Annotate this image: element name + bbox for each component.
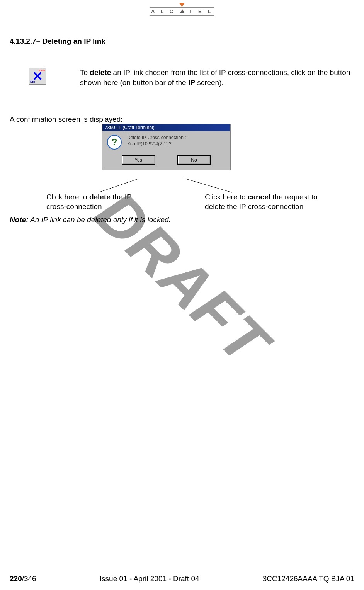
intro-text: To delete an IP link chosen from the lis… (80, 68, 354, 87)
page-total: /346 (22, 575, 36, 583)
delete-x-icon: ✕ (29, 68, 46, 84)
dialog-titlebar: 7390 LT (Craft Terminal) (102, 124, 230, 131)
section-heading: 4.13.2.7– Deleting an IP link (10, 37, 105, 46)
footer-right: 3CC12426AAAA TQ BJA 01 (263, 575, 354, 583)
no-label: No (191, 157, 197, 163)
yes-button[interactable]: Yes (122, 156, 155, 164)
dialog-body: Delete IP Cross-connection : Xco IP(10.9… (102, 131, 230, 152)
dialog-msg-line2: Xco IP(10.92)#(2.1) ? (127, 141, 186, 147)
logo-triangle-icon (179, 3, 185, 7)
intro-row: ATM Eth ✕ To delete an IP link chosen fr… (29, 68, 354, 87)
callout-left-pre: Click here to (46, 193, 89, 201)
note-label: Note: (10, 216, 29, 224)
logo-text: A L C T E L (150, 7, 214, 16)
note-text: An IP link can be deleted only if it is … (29, 216, 171, 224)
callout-no: Click here to cancel the request to dele… (205, 192, 328, 211)
page-number: 220/346 (10, 575, 36, 583)
no-button[interactable]: No (178, 156, 210, 164)
callout-right-pre: Click here to (205, 193, 248, 201)
page-footer: 220/346 Issue 01 - April 2001 - Draft 04… (10, 571, 354, 583)
document-page: A L C T E L 4.13.2.7– Deleting an IP lin… (0, 0, 364, 590)
svg-line-1 (185, 179, 232, 192)
delete-ip-link-toolbar-button[interactable]: ATM Eth ✕ (29, 68, 46, 85)
logo-a-triangle-icon (180, 9, 185, 13)
callout-left-bold: delete (89, 193, 111, 201)
intro-bold2: IP (188, 78, 195, 87)
svg-line-0 (99, 179, 139, 192)
note-line: Note: An IP link can be deleted only if … (10, 216, 171, 224)
dialog-msg-line1: Delete IP Cross-connection : (127, 135, 186, 141)
page-current: 220 (10, 575, 22, 583)
dialog-message: Delete IP Cross-connection : Xco IP(10.9… (127, 135, 186, 147)
footer-center: Issue 01 - April 2001 - Draft 04 (100, 575, 199, 583)
dialog-button-row: Yes No (102, 152, 230, 170)
callout-yes: Click here to delete the IP cross-connec… (46, 192, 147, 211)
confirm-intro-text: A confirmation screen is displayed: (10, 115, 123, 124)
yes-label: Yes (134, 157, 142, 163)
intro-bold1: delete (90, 68, 111, 77)
confirmation-dialog: 7390 LT (Craft Terminal) Delete IP Cross… (102, 124, 230, 170)
brand-logo: A L C T E L (150, 3, 214, 15)
callout-right-bold: cancel (248, 193, 270, 201)
intro-pre: To (80, 68, 90, 77)
intro-post: screen). (195, 78, 224, 87)
question-icon (107, 135, 122, 150)
